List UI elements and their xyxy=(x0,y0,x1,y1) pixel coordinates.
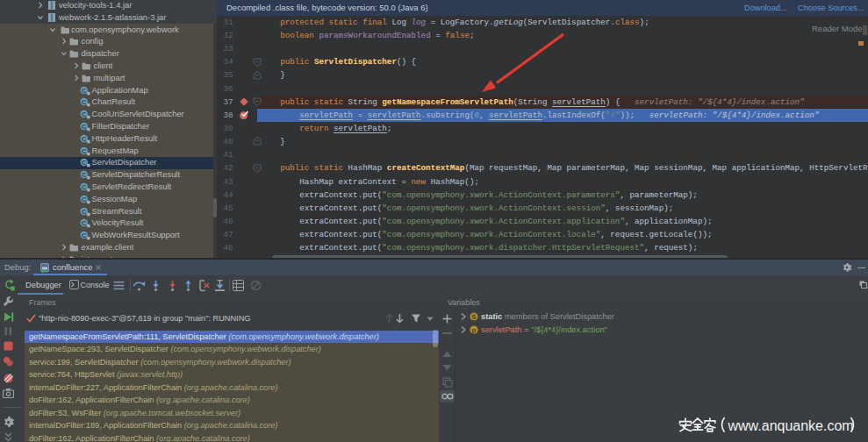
svg-text:C: C xyxy=(82,232,87,239)
svg-text:C: C xyxy=(82,207,87,215)
svg-text:C: C xyxy=(82,146,87,154)
svg-text:p: p xyxy=(472,325,477,333)
svg-text:C: C xyxy=(82,195,87,203)
svg-text:C: C xyxy=(82,183,87,191)
svg-text:www.anquanke.com: www.anquanke.com xyxy=(728,418,854,433)
svg-text:S: S xyxy=(471,313,477,321)
svg-text:C: C xyxy=(82,110,87,118)
svg-text:C: C xyxy=(82,171,87,179)
svg-text:C: C xyxy=(82,98,87,106)
svg-text:C: C xyxy=(82,123,87,131)
svg-text:C: C xyxy=(82,159,87,167)
svg-text:C: C xyxy=(82,134,87,142)
svg-text:C: C xyxy=(82,219,87,227)
svg-text:C: C xyxy=(82,86,87,94)
